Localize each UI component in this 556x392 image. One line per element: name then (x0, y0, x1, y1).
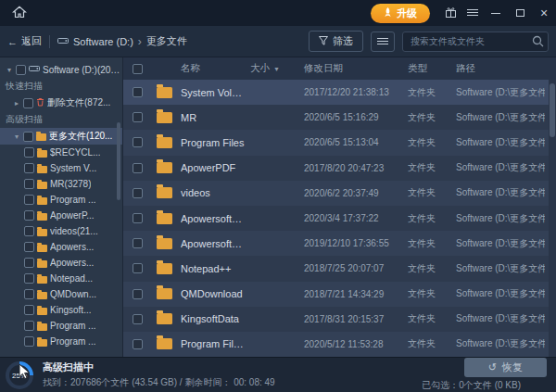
tree-item-more-files[interactable]: ▾ 更多文件(120... (0, 128, 122, 145)
tree-child-item[interactable]: Apowers... (0, 255, 122, 271)
search-input[interactable] (402, 32, 549, 52)
tree-checkbox[interactable] (24, 258, 34, 268)
table-scrollbar-thumb[interactable] (550, 83, 555, 137)
file-type: 文件夹 (408, 262, 456, 275)
row-checkbox[interactable] (133, 87, 143, 97)
file-type: 文件夹 (408, 287, 456, 300)
row-checkbox[interactable] (133, 137, 143, 147)
caret-down-icon[interactable]: ▾ (13, 133, 20, 141)
tree-checkbox[interactable] (24, 195, 34, 205)
tree-child-item[interactable]: MR(3278) (0, 176, 122, 192)
row-checkbox[interactable] (133, 188, 143, 198)
tree-checkbox[interactable] (24, 321, 34, 331)
app-window: 升级 × ← 返回 Software (D:) › 更多文件 (0, 0, 556, 392)
table-row[interactable]: Apowersoft Watermark Re...2020/3/4 17:37… (123, 206, 556, 231)
toolbar-divider (49, 35, 50, 48)
search-icon[interactable] (532, 35, 544, 49)
tree-child-item[interactable]: videos(21... (0, 223, 122, 239)
tree-checkbox[interactable] (24, 147, 34, 158)
tree-checkbox[interactable] (23, 98, 33, 108)
folder-icon (157, 288, 172, 299)
table-row[interactable]: Notepad++2018/7/25 20:07:07文件夹Software (… (123, 256, 556, 281)
column-path[interactable]: 路径 (456, 62, 545, 75)
recover-button[interactable]: ↺ 恢复 (464, 358, 547, 377)
close-button[interactable]: × (532, 0, 556, 26)
filter-button[interactable]: 筛选 (309, 31, 363, 52)
tree-checkbox[interactable] (24, 226, 34, 236)
select-all-checkbox[interactable] (133, 64, 143, 74)
sidebar-scrollbar[interactable] (117, 122, 120, 200)
tree-child-item[interactable]: Program ... (0, 334, 122, 349)
caret-down-icon[interactable]: ▾ (6, 66, 13, 74)
table-row[interactable]: ApowerPDF2017/8/20 20:47:23文件夹Software (… (123, 156, 556, 181)
tree-child-item[interactable]: Apowers... (0, 239, 122, 255)
tree-checkbox[interactable] (24, 305, 34, 315)
tree-checkbox[interactable] (24, 210, 34, 221)
folder-icon (157, 338, 172, 349)
file-date: 2020/6/2 20:37:49 (304, 188, 408, 198)
upgrade-button[interactable]: 升级 (371, 4, 430, 23)
tree-checkbox[interactable] (24, 273, 34, 284)
column-size[interactable]: 大小▼ (250, 62, 304, 75)
tree-child-item[interactable]: Notepad... (0, 271, 122, 286)
sort-desc-icon: ▼ (273, 66, 280, 72)
breadcrumb-drive[interactable]: Software (D:) (73, 36, 133, 47)
tree-child-item[interactable]: Kingsoft... (0, 302, 122, 318)
row-checkbox[interactable] (133, 314, 143, 324)
table-row[interactable]: videos2020/6/2 20:37:49文件夹Software (D:\更… (123, 181, 556, 206)
column-name[interactable]: 名称 (181, 62, 250, 75)
minimize-button[interactable] (484, 0, 508, 26)
minimize-icon (491, 13, 500, 14)
row-checkbox[interactable] (133, 238, 143, 248)
table-row[interactable]: MR2020/6/5 15:16:29文件夹Software (D:\更多文件\… (123, 105, 556, 130)
table-row[interactable]: KingsoftData2017/8/31 20:15:37文件夹Softwar… (123, 307, 556, 332)
back-arrow-icon: ← (7, 36, 18, 47)
tree-child-item[interactable]: $RECYCL... (0, 145, 122, 160)
file-path: Software (D:\更多文件\... (456, 237, 545, 250)
tree-child-item[interactable]: QMDown... (0, 286, 122, 302)
tree-checkbox[interactable] (24, 179, 34, 189)
gift-button[interactable] (439, 0, 461, 26)
tree-child-item[interactable]: System V... (0, 160, 122, 176)
table-row[interactable]: Apowersoft Screen Recorde...2019/12/10 1… (123, 231, 556, 256)
home-button[interactable] (7, 3, 32, 23)
tree-child-item[interactable]: Program ... (0, 192, 122, 208)
tree-child-item[interactable]: Program ... (0, 318, 122, 334)
tree-checkbox[interactable] (24, 242, 34, 252)
scan-progress-value: 25% (9, 365, 30, 386)
breadcrumb-current[interactable]: 更多文件 (146, 34, 187, 48)
row-checkbox[interactable] (133, 339, 143, 349)
table-row[interactable]: System Volume Information2017/12/20 21:3… (123, 80, 556, 105)
tree-child-label: Program ... (50, 336, 95, 347)
folder-icon (157, 87, 172, 98)
column-type[interactable]: 类型 (408, 62, 456, 75)
tree-root-checkbox[interactable] (16, 65, 26, 75)
file-type: 文件夹 (408, 136, 456, 149)
tree-checkbox[interactable] (24, 336, 34, 347)
row-checkbox[interactable] (133, 213, 143, 223)
row-checkbox[interactable] (133, 263, 143, 273)
table-row[interactable]: Program Files2020/6/5 15:13:04文件夹Softwar… (123, 130, 556, 155)
tree-root-drive[interactable]: ▾ Software (D:)(2076... (0, 61, 122, 78)
view-list-button[interactable] (371, 32, 395, 52)
menu-button[interactable] (461, 0, 484, 26)
tree-checkbox[interactable] (24, 163, 34, 173)
file-date: 2018/7/21 14:34:29 (304, 289, 408, 299)
row-checkbox[interactable] (133, 163, 143, 173)
row-checkbox[interactable] (133, 112, 143, 122)
tree-item-deleted-files[interactable]: ▸ 删除文件(872... (0, 95, 122, 111)
tree-checkbox[interactable] (23, 132, 33, 142)
back-label: 返回 (21, 34, 42, 48)
table-row[interactable]: QMDownload2018/7/21 14:34:29文件夹Software … (123, 282, 556, 307)
folder-icon (157, 112, 172, 123)
caret-right-icon[interactable]: ▸ (13, 99, 20, 107)
maximize-button[interactable] (508, 0, 532, 26)
file-type: 文件夹 (408, 212, 456, 225)
column-date[interactable]: 修改日期 (304, 62, 408, 75)
file-name: KingsoftData (181, 313, 250, 324)
table-row[interactable]: Program Files (x86)2020/5/12 11:53:28文件夹… (123, 332, 556, 357)
row-checkbox[interactable] (133, 289, 143, 299)
back-button[interactable]: ← 返回 (7, 34, 42, 48)
tree-checkbox[interactable] (24, 289, 34, 299)
tree-child-item[interactable]: ApowerP... (0, 208, 122, 223)
